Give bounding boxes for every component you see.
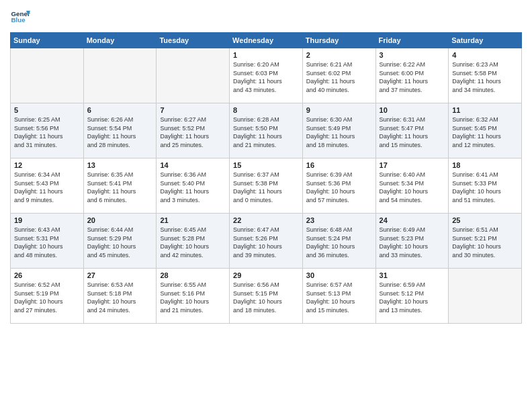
calendar-day-cell: 5Sunrise: 6:25 AM Sunset: 5:56 PM Daylig… <box>11 103 84 158</box>
day-info: Sunrise: 6:59 AM Sunset: 5:12 PM Dayligh… <box>380 281 445 314</box>
calendar-day-cell <box>157 48 230 103</box>
day-info: Sunrise: 6:36 AM Sunset: 5:40 PM Dayligh… <box>160 171 226 204</box>
day-info: Sunrise: 6:37 AM Sunset: 5:38 PM Dayligh… <box>233 171 299 204</box>
day-info: Sunrise: 6:20 AM Sunset: 6:03 PM Dayligh… <box>233 60 299 94</box>
calendar-day-cell: 21Sunrise: 6:45 AM Sunset: 5:28 PM Dayli… <box>157 214 230 269</box>
calendar-day-cell <box>449 269 522 324</box>
calendar-day-cell: 20Sunrise: 6:44 AM Sunset: 5:29 PM Dayli… <box>83 214 157 269</box>
day-info: Sunrise: 6:31 AM Sunset: 5:47 PM Dayligh… <box>380 116 445 149</box>
calendar-day-cell: 22Sunrise: 6:47 AM Sunset: 5:26 PM Dayli… <box>230 214 303 269</box>
calendar-day-cell: 12Sunrise: 6:34 AM Sunset: 5:43 PM Dayli… <box>11 158 84 214</box>
calendar-day-cell <box>83 48 157 103</box>
day-number: 30 <box>306 271 372 279</box>
calendar-week-row: 26Sunrise: 6:52 AM Sunset: 5:19 PM Dayli… <box>11 269 522 324</box>
weekday-header: Tuesday <box>157 33 230 48</box>
day-info: Sunrise: 6:22 AM Sunset: 6:00 PM Dayligh… <box>380 60 445 94</box>
day-info: Sunrise: 6:34 AM Sunset: 5:43 PM Dayligh… <box>14 171 80 204</box>
day-number: 25 <box>452 216 518 224</box>
day-number: 26 <box>14 271 80 279</box>
calendar-day-cell: 9Sunrise: 6:30 AM Sunset: 5:49 PM Daylig… <box>302 103 375 158</box>
calendar-day-cell: 3Sunrise: 6:22 AM Sunset: 6:00 PM Daylig… <box>375 48 449 103</box>
weekday-header: Wednesday <box>230 33 303 48</box>
calendar-day-cell: 15Sunrise: 6:37 AM Sunset: 5:38 PM Dayli… <box>230 158 303 214</box>
day-number: 5 <box>14 106 80 114</box>
day-number: 11 <box>452 106 518 114</box>
weekday-header-row: SundayMondayTuesdayWednesdayThursdayFrid… <box>11 33 522 48</box>
day-info: Sunrise: 6:27 AM Sunset: 5:52 PM Dayligh… <box>160 116 226 149</box>
calendar-day-cell: 6Sunrise: 6:26 AM Sunset: 5:54 PM Daylig… <box>83 103 157 158</box>
calendar-week-row: 1Sunrise: 6:20 AM Sunset: 6:03 PM Daylig… <box>11 48 522 103</box>
day-info: Sunrise: 6:52 AM Sunset: 5:19 PM Dayligh… <box>14 281 80 314</box>
page-header: General Blue <box>10 7 522 27</box>
day-info: Sunrise: 6:35 AM Sunset: 5:41 PM Dayligh… <box>87 171 153 204</box>
calendar-day-cell: 14Sunrise: 6:36 AM Sunset: 5:40 PM Dayli… <box>157 158 230 214</box>
day-number: 12 <box>14 161 80 169</box>
calendar-day-cell: 23Sunrise: 6:48 AM Sunset: 5:24 PM Dayli… <box>302 214 375 269</box>
day-number: 20 <box>87 216 153 224</box>
day-info: Sunrise: 6:57 AM Sunset: 5:13 PM Dayligh… <box>306 281 372 314</box>
day-info: Sunrise: 6:40 AM Sunset: 5:34 PM Dayligh… <box>380 171 445 204</box>
calendar-day-cell: 25Sunrise: 6:51 AM Sunset: 5:21 PM Dayli… <box>449 214 522 269</box>
logo-icon: General Blue <box>10 7 30 27</box>
svg-text:Blue: Blue <box>11 16 26 24</box>
day-number: 6 <box>87 106 153 114</box>
day-info: Sunrise: 6:41 AM Sunset: 5:33 PM Dayligh… <box>452 171 518 204</box>
day-info: Sunrise: 6:49 AM Sunset: 5:23 PM Dayligh… <box>380 226 445 259</box>
weekday-header: Monday <box>83 33 157 48</box>
calendar-table: SundayMondayTuesdayWednesdayThursdayFrid… <box>10 32 522 324</box>
day-info: Sunrise: 6:47 AM Sunset: 5:26 PM Dayligh… <box>233 226 299 259</box>
calendar-day-cell: 30Sunrise: 6:57 AM Sunset: 5:13 PM Dayli… <box>302 269 375 324</box>
day-number: 14 <box>160 161 226 169</box>
day-number: 29 <box>233 271 299 279</box>
day-info: Sunrise: 6:25 AM Sunset: 5:56 PM Dayligh… <box>14 116 80 149</box>
day-info: Sunrise: 6:43 AM Sunset: 5:31 PM Dayligh… <box>14 226 80 259</box>
calendar-day-cell: 29Sunrise: 6:56 AM Sunset: 5:15 PM Dayli… <box>230 269 303 324</box>
calendar-day-cell: 16Sunrise: 6:39 AM Sunset: 5:36 PM Dayli… <box>302 158 375 214</box>
calendar-day-cell: 18Sunrise: 6:41 AM Sunset: 5:33 PM Dayli… <box>449 158 522 214</box>
day-number: 1 <box>233 51 299 59</box>
day-number: 16 <box>306 161 372 169</box>
day-info: Sunrise: 6:32 AM Sunset: 5:45 PM Dayligh… <box>452 116 518 149</box>
calendar-day-cell: 26Sunrise: 6:52 AM Sunset: 5:19 PM Dayli… <box>11 269 84 324</box>
day-number: 17 <box>380 161 445 169</box>
calendar-week-row: 19Sunrise: 6:43 AM Sunset: 5:31 PM Dayli… <box>11 214 522 269</box>
calendar-day-cell: 11Sunrise: 6:32 AM Sunset: 5:45 PM Dayli… <box>449 103 522 158</box>
day-number: 18 <box>452 161 518 169</box>
day-number: 8 <box>233 106 299 114</box>
day-info: Sunrise: 6:26 AM Sunset: 5:54 PM Dayligh… <box>87 116 153 149</box>
calendar-day-cell: 8Sunrise: 6:28 AM Sunset: 5:50 PM Daylig… <box>230 103 303 158</box>
calendar-day-cell: 7Sunrise: 6:27 AM Sunset: 5:52 PM Daylig… <box>157 103 230 158</box>
weekday-header: Friday <box>375 33 449 48</box>
day-info: Sunrise: 6:51 AM Sunset: 5:21 PM Dayligh… <box>452 226 518 259</box>
day-number: 2 <box>306 51 372 59</box>
weekday-header: Sunday <box>11 33 84 48</box>
day-number: 24 <box>380 216 445 224</box>
calendar-day-cell <box>11 48 84 103</box>
calendar-day-cell: 4Sunrise: 6:23 AM Sunset: 5:58 PM Daylig… <box>449 48 522 103</box>
day-info: Sunrise: 6:44 AM Sunset: 5:29 PM Dayligh… <box>87 226 153 259</box>
calendar-day-cell: 27Sunrise: 6:53 AM Sunset: 5:18 PM Dayli… <box>83 269 157 324</box>
calendar-day-cell: 24Sunrise: 6:49 AM Sunset: 5:23 PM Dayli… <box>375 214 449 269</box>
day-number: 22 <box>233 216 299 224</box>
day-number: 28 <box>160 271 226 279</box>
day-info: Sunrise: 6:55 AM Sunset: 5:16 PM Dayligh… <box>160 281 226 314</box>
day-info: Sunrise: 6:45 AM Sunset: 5:28 PM Dayligh… <box>160 226 226 259</box>
calendar-day-cell: 31Sunrise: 6:59 AM Sunset: 5:12 PM Dayli… <box>375 269 449 324</box>
day-number: 31 <box>380 271 445 279</box>
day-info: Sunrise: 6:30 AM Sunset: 5:49 PM Dayligh… <box>306 116 372 149</box>
day-number: 13 <box>87 161 153 169</box>
calendar-day-cell: 1Sunrise: 6:20 AM Sunset: 6:03 PM Daylig… <box>230 48 303 103</box>
day-info: Sunrise: 6:39 AM Sunset: 5:36 PM Dayligh… <box>306 171 372 204</box>
day-number: 9 <box>306 106 372 114</box>
calendar-day-cell: 2Sunrise: 6:21 AM Sunset: 6:02 PM Daylig… <box>302 48 375 103</box>
day-number: 7 <box>160 106 226 114</box>
day-info: Sunrise: 6:28 AM Sunset: 5:50 PM Dayligh… <box>233 116 299 149</box>
weekday-header: Saturday <box>449 33 522 48</box>
day-number: 23 <box>306 216 372 224</box>
calendar-day-cell: 17Sunrise: 6:40 AM Sunset: 5:34 PM Dayli… <box>375 158 449 214</box>
day-info: Sunrise: 6:53 AM Sunset: 5:18 PM Dayligh… <box>87 281 153 314</box>
day-info: Sunrise: 6:21 AM Sunset: 6:02 PM Dayligh… <box>306 60 372 94</box>
day-number: 19 <box>14 216 80 224</box>
calendar-week-row: 12Sunrise: 6:34 AM Sunset: 5:43 PM Dayli… <box>11 158 522 214</box>
weekday-header: Thursday <box>302 33 375 48</box>
